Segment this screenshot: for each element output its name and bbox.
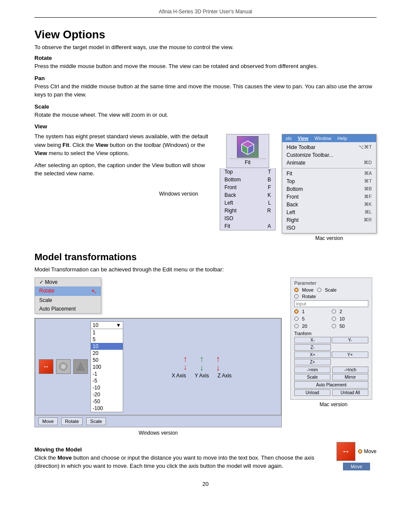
mac-parameter-panel: Parameter Move Scale Rotate [290,277,377,438]
rotate-radio-btn[interactable] [294,294,299,299]
dropdown-arrow: ▼ [116,322,121,328]
moving-model-body: Click the Move button and choose or inpu… [34,454,328,470]
zaxis-arrows: ↑ ↓ [216,355,220,372]
dropdown-item-10[interactable]: 10 [91,343,123,350]
cursor-icon: ↖ [91,288,97,295]
menu-item-bottom: BottomB [220,176,275,184]
view-options-title: View Options [34,28,377,41]
scale-radio-btn[interactable] [317,288,321,292]
dropdown-item-100[interactable]: 100 [91,364,123,370]
to-mm-btn[interactable]: ->mm [294,367,330,373]
unload-btn[interactable]: Unload [294,389,330,396]
dropdown-item-n5[interactable]: -5 [91,377,123,384]
model-transformations-title: Model transformations [34,252,377,263]
toolbar-icon-2 [56,359,71,374]
yplus-btn[interactable]: Y+ [332,352,368,358]
dropdown-item-n100[interactable]: -100 [91,405,123,412]
move-label: Move [302,287,314,292]
windows-toolbar-screenshot: ↔ [34,318,282,427]
move-radio-btn[interactable] [294,288,299,292]
dropdown-item-n1[interactable]: -1 [91,370,123,377]
xaxis-arrows: ↑ ↓ [183,355,187,372]
yaxis-up-arrow: ↑ [199,355,204,363]
win-dropdown-menu: TopT BottomB FrontF BackK LeftL RightR I… [220,168,276,230]
scale-label: Scale [34,103,377,110]
edit-rotate: Rotate ↖ [35,286,101,296]
dropdown-item-5[interactable]: 5 [91,336,123,343]
zminus-btn[interactable]: Z- [294,344,331,351]
mac-menu-view: View [298,136,308,141]
zaxis-up-arrow: ↑ [216,355,220,363]
mac-iso: ISO [282,224,376,232]
toolbar-move-icon: ↔ [39,359,53,374]
mac-animate: Animate⌘D [282,159,376,167]
move-radio-display: Move [358,448,377,454]
menu-item-fit: FitA [220,222,275,230]
axis-area: ↑ ↓ ↑ ↓ ↑ [126,353,277,380]
rotate-button[interactable]: Rotate [61,417,83,425]
mirror-btn[interactable]: Mirror [332,374,368,380]
moving-model-label: Moving the Model [34,446,328,453]
toolbar-row: ↔ [35,318,281,415]
yminus-btn[interactable]: Y- [332,337,368,343]
scale-btn[interactable]: Scale [294,374,330,380]
view-menus-area: Fit TopT BottomB FrontF BackK LeftL Righ… [220,134,377,243]
value-dropdown-wrapper: 10 ▼ 1 5 10 20 50 100 -1 - [90,321,123,412]
radio-50-btn[interactable] [332,324,336,328]
dropdown-current-value: 10 [93,322,98,328]
mac-customize-toolbar: Customize Toolbar... [282,151,376,159]
radio-1-btn[interactable] [294,309,299,314]
toolbar-buttons-row: Move Rotate Scale [35,415,281,427]
transform-left-panel: Move Rotate ↖ Scale Auto Placement ↔ [34,277,282,438]
move-display-radio [358,449,362,454]
menu-item-back: BackK [220,191,275,199]
axis-arrows-row: ↑ ↓ ↑ ↓ ↑ [183,355,220,372]
xminus-btn[interactable]: X- [294,337,331,343]
unit-btns: ->mm ->Inch [294,367,368,373]
move-big-icon: ↔ [336,442,355,461]
transform-content-area: Move Rotate ↖ Scale Auto Placement ↔ [34,277,377,438]
mac-param-title: Parameter [294,280,368,286]
auto-placement-btn[interactable]: Auto Placement [294,381,368,389]
mac-front: Front⌘F [282,193,376,201]
radio-20-btn[interactable] [294,324,299,328]
page-number: 20 [34,481,377,487]
move-button[interactable]: Move [38,417,58,425]
dropdown-item-1[interactable]: 1 [91,329,123,336]
rotate-label: Rotate [34,55,377,61]
yaxis-label: Y Axis [195,373,209,379]
to-inch-btn[interactable]: ->Inch [332,367,368,373]
edit-menu-dropdown: Move Rotate ↖ Scale Auto Placement [34,277,101,314]
radio-5-btn[interactable] [294,317,299,321]
radio-10-btn[interactable] [332,317,336,321]
dropdown-item-n50[interactable]: -50 [91,398,123,405]
mac-view-menu: ols View Window Help Hide Toolbar⌥⌘T Cus… [282,134,377,243]
mac-param-box: Parameter Move Scale Rotate [290,277,372,400]
dropdown-header[interactable]: 10 ▼ [90,321,123,329]
xaxis-label: X Axis [171,373,186,379]
xplus-btn[interactable]: X+ [294,352,331,358]
mac-hide-toolbar: Hide Toolbar⌥⌘T [282,143,376,151]
radio-2-btn[interactable] [332,309,336,314]
rotate-text: Press the middle mouse button and move t… [34,62,377,71]
param-input[interactable] [294,300,368,307]
cube-icon [237,136,258,158]
dropdown-item-20[interactable]: 20 [91,350,123,357]
mac-bottom: Bottom⌘B [282,185,376,193]
scale-button[interactable]: Scale [86,417,106,425]
rotate-label: Rotate [302,294,316,299]
zplus-btn[interactable]: Z+ [294,359,331,365]
transform-minus-btns: X- Y- Z- [294,337,368,351]
dropdown-item-50[interactable]: 50 [91,357,123,364]
svg-point-5 [61,364,65,369]
menu-item-right: RightR [220,207,275,215]
transform-label: Tranform [294,331,368,336]
value-radio-grid: 1 2 5 10 20 [294,309,368,330]
zaxis-down-arrow: ↓ [216,363,220,372]
dropdown-item-n20[interactable]: -20 [91,391,123,398]
mac-menu-help: Help [337,136,347,141]
mac-version-label: Mac version [315,235,343,241]
unload-all-btn[interactable]: Unload All [332,389,368,396]
dropdown-item-n10[interactable]: -10 [91,384,123,391]
radio-20: 20 [294,324,331,329]
